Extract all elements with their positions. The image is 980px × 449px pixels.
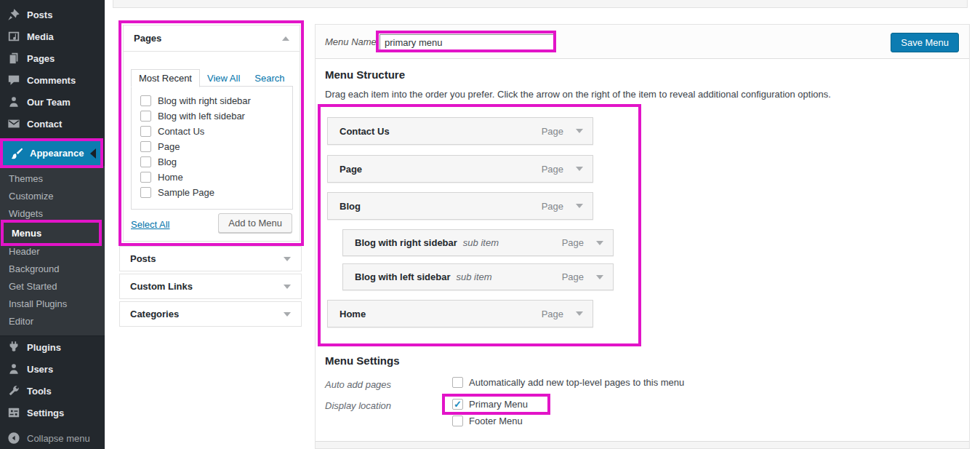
- checkbox[interactable]: [140, 111, 151, 122]
- checkbox[interactable]: [140, 126, 151, 137]
- top-bar: [113, 0, 968, 8]
- select-all-link[interactable]: Select All: [131, 219, 169, 230]
- page-checkbox-row[interactable]: Home: [140, 170, 292, 185]
- page-checkbox-row[interactable]: Page: [140, 139, 292, 154]
- sidebar-item-label: Plugins: [27, 342, 61, 353]
- location-footer-menu[interactable]: Footer Menu: [452, 416, 523, 426]
- plug-icon: [7, 341, 20, 354]
- pages-icon: [7, 52, 20, 65]
- sidebar-item-media[interactable]: Media: [0, 25, 105, 47]
- wrench-icon: [7, 384, 20, 397]
- checkbox[interactable]: [140, 141, 151, 152]
- accordion-categories[interactable]: Categories: [119, 301, 302, 327]
- pages-metabox-title: Pages: [134, 33, 161, 44]
- sidebar-item-contact[interactable]: Contact: [0, 113, 105, 135]
- sidebar-item-label: Media: [27, 31, 54, 42]
- submenu-item-background[interactable]: Background: [0, 260, 105, 277]
- submenu-item-themes[interactable]: Themes: [0, 170, 105, 187]
- collapse-menu-label: Collapse menu: [27, 433, 90, 444]
- wordpress-menus-screen: Posts Media Pages Comments Our Team Cont…: [0, 0, 980, 449]
- sub-item-badge: sub item: [456, 271, 491, 282]
- checkbox-checked[interactable]: [452, 399, 463, 410]
- pages-metabox-header[interactable]: Pages: [124, 25, 300, 52]
- sidebar-item-settings[interactable]: Settings: [0, 402, 105, 424]
- pages-metabox: Pages Most Recent View All Search Blog w…: [123, 25, 300, 242]
- comment-icon: [7, 73, 20, 87]
- checkbox[interactable]: [140, 172, 151, 183]
- submenu-item-menus[interactable]: Menus: [4, 223, 99, 243]
- checkbox[interactable]: [140, 187, 151, 198]
- sidebar-item-label: Appearance: [30, 148, 84, 159]
- highlight-box-appearance: Appearance: [0, 138, 103, 168]
- chevron-down-icon[interactable]: [576, 167, 583, 171]
- tab-search[interactable]: Search: [247, 70, 292, 87]
- submenu-item-editor[interactable]: Editor: [0, 312, 105, 330]
- submenu-item-install-plugins[interactable]: Install Plugins: [0, 295, 105, 312]
- checkbox[interactable]: [140, 95, 151, 106]
- admin-sidebar: Posts Media Pages Comments Our Team Cont…: [0, 0, 105, 449]
- page-checkbox-row[interactable]: Blog with right sidebar: [140, 93, 292, 108]
- collapse-menu-button[interactable]: Collapse menu: [0, 427, 105, 449]
- chevron-down-icon[interactable]: [576, 311, 583, 316]
- menu-item-blog-right-sidebar[interactable]: Blog with right sidebar sub item Page: [342, 229, 614, 256]
- menu-item-blog-left-sidebar[interactable]: Blog with left sidebar sub item Page: [342, 263, 614, 290]
- checkbox[interactable]: [140, 156, 151, 167]
- sidebar-item-pages[interactable]: Pages: [0, 47, 105, 69]
- display-location-label: Display location: [325, 400, 391, 411]
- menu-item-home[interactable]: Home Page: [327, 300, 593, 327]
- chevron-down-icon[interactable]: [596, 275, 603, 279]
- collapse-panel-icon[interactable]: [282, 36, 289, 41]
- pin-icon: [7, 8, 20, 21]
- sidebar-item-comments[interactable]: Comments: [0, 69, 105, 91]
- pages-tabs: Most Recent View All Search: [131, 69, 292, 87]
- submenu-item-get-started[interactable]: Get Started: [0, 277, 105, 295]
- brush-icon: [10, 147, 23, 160]
- chevron-down-icon: [284, 257, 291, 261]
- menu-item-blog[interactable]: Blog Page: [327, 192, 593, 220]
- checkbox[interactable]: [452, 377, 463, 388]
- sidebar-item-label: Our Team: [27, 97, 71, 108]
- location-primary-menu[interactable]: Primary Menu: [452, 399, 528, 410]
- submenu-pointer-icon: [90, 148, 96, 159]
- page-checkbox-row[interactable]: Blog with left sidebar: [140, 108, 292, 124]
- sidebar-item-appearance[interactable]: Appearance: [3, 141, 100, 165]
- sidebar-item-tools[interactable]: Tools: [0, 380, 105, 402]
- page-checkbox-row[interactable]: Sample Page: [140, 185, 292, 200]
- page-checkbox-row[interactable]: Blog: [140, 154, 292, 170]
- chevron-down-icon[interactable]: [596, 241, 603, 245]
- sidebar-item-plugins[interactable]: Plugins: [0, 336, 105, 358]
- sidebar-item-our-team[interactable]: Our Team: [0, 91, 105, 113]
- sidebar-item-label: Settings: [27, 408, 64, 418]
- sidebar-item-users[interactable]: Users: [0, 358, 105, 380]
- menu-settings-title: Menu Settings: [325, 354, 400, 367]
- accordion-custom-links[interactable]: Custom Links: [119, 274, 302, 299]
- tab-view-all[interactable]: View All: [200, 70, 247, 87]
- menu-item-contact-us[interactable]: Contact Us Page: [327, 117, 593, 145]
- menu-editor: Menu Name Save Menu Menu Structure Drag …: [315, 24, 970, 449]
- chevron-down-icon: [284, 312, 291, 317]
- sidebar-item-label: Posts: [27, 9, 52, 20]
- person-icon: [7, 362, 20, 376]
- menu-name-input[interactable]: [379, 34, 554, 50]
- menu-name-label: Menu Name: [325, 36, 377, 47]
- menu-item-page[interactable]: Page Page: [327, 155, 593, 183]
- editor-footer-bar: [316, 441, 969, 448]
- save-menu-button[interactable]: Save Menu: [891, 33, 959, 52]
- auto-add-pages-label: Auto add pages: [325, 379, 391, 390]
- chevron-down-icon[interactable]: [576, 204, 583, 208]
- envelope-icon: [7, 117, 20, 130]
- highlight-box-menus: Menus: [1, 220, 102, 246]
- sidebar-item-label: Pages: [27, 53, 55, 64]
- accordion-posts[interactable]: Posts: [119, 246, 302, 271]
- page-checkbox-row[interactable]: Contact Us: [140, 124, 292, 139]
- sidebar-item-posts[interactable]: Posts: [0, 4, 105, 25]
- checkbox[interactable]: [452, 416, 463, 426]
- chevron-down-icon[interactable]: [576, 129, 583, 133]
- submenu-item-customize[interactable]: Customize: [0, 187, 105, 204]
- sidebar-item-label: Contact: [27, 119, 62, 130]
- sidebar-item-label: Tools: [27, 386, 52, 397]
- add-to-menu-button[interactable]: Add to Menu: [218, 213, 292, 233]
- sidebar-item-label: Comments: [27, 75, 76, 86]
- auto-add-pages-option[interactable]: Automatically add new top-level pages to…: [452, 377, 684, 388]
- tab-most-recent[interactable]: Most Recent: [131, 69, 200, 87]
